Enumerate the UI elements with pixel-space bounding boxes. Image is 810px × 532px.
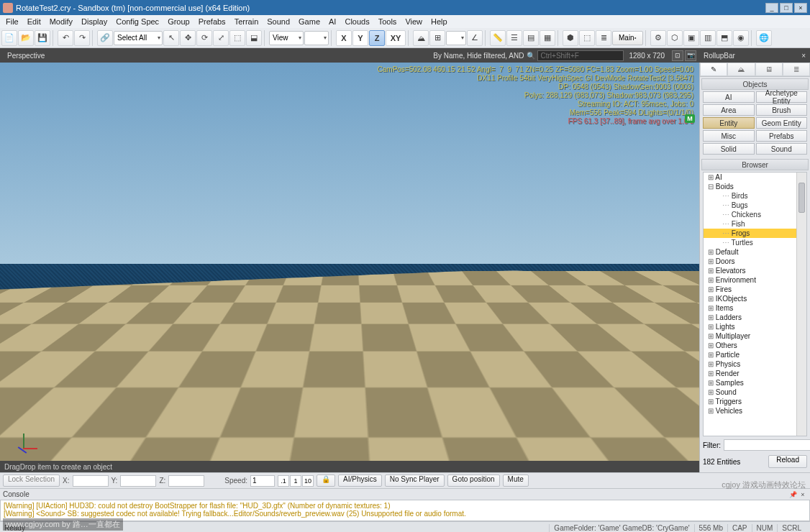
menu-group[interactable]: Group: [163, 17, 194, 26]
x-input[interactable]: [73, 475, 109, 487]
save-icon[interactable]: 💾: [35, 30, 50, 46]
tree-item-boids[interactable]: Boids: [704, 182, 796, 191]
close-button[interactable]: ×: [794, 3, 807, 13]
minimize-button[interactable]: _: [765, 3, 778, 13]
tree-item-lights[interactable]: Lights: [704, 322, 796, 331]
axis-xy-button[interactable]: XY: [386, 30, 406, 46]
axis-y-button[interactable]: Y: [352, 30, 368, 46]
tree-item-items[interactable]: Items: [704, 303, 796, 313]
speed-preset-1[interactable]: 1: [290, 475, 301, 487]
menu-help[interactable]: Help: [427, 17, 452, 26]
rollup-tab-terrain[interactable]: ⛰: [727, 63, 755, 76]
menu-modify[interactable]: Modify: [45, 17, 77, 26]
speed-preset-.1[interactable]: .1: [278, 475, 289, 487]
tool5-icon[interactable]: ⬒: [716, 30, 732, 46]
obj-btn-prefabs[interactable]: Prefabs: [756, 130, 808, 142]
scale-icon[interactable]: ⤢: [213, 30, 229, 46]
new-icon[interactable]: 📄: [1, 30, 17, 46]
maximize-button[interactable]: □: [780, 3, 793, 13]
layergroup-icon[interactable]: ⬚: [579, 30, 595, 46]
viewport-3d[interactable]: CamPos=502.08 460.15 21.52 Angl= 7 9 71 …: [0, 63, 699, 472]
z-input[interactable]: [168, 475, 204, 487]
rollup-pin-icon[interactable]: ×: [801, 52, 806, 60]
menu-ai[interactable]: AI: [324, 17, 340, 26]
mute-button[interactable]: Mute: [503, 474, 529, 487]
console-close-icon[interactable]: ×: [798, 490, 807, 499]
tree-item-others[interactable]: Others: [704, 341, 796, 350]
layermode-icon[interactable]: ▤: [523, 30, 539, 46]
select-all-dropdown[interactable]: Select All: [114, 31, 163, 45]
view-dropdown[interactable]: View: [269, 31, 304, 45]
y-input[interactable]: [120, 475, 156, 487]
tool4-icon[interactable]: ▥: [700, 30, 716, 46]
cursor-icon[interactable]: ↖: [163, 30, 179, 46]
aiphysics-button[interactable]: AI/Physics: [338, 474, 382, 487]
tree-item-sound[interactable]: Sound: [704, 387, 796, 397]
rollup-tab-display[interactable]: 🖥: [755, 63, 783, 76]
undo-icon[interactable]: ↶: [58, 30, 73, 46]
main-layer-button[interactable]: Main: [612, 31, 643, 45]
console-pin-icon[interactable]: 📌: [788, 490, 797, 499]
aspect-icon[interactable]: ⊡: [672, 50, 683, 61]
tool3-icon[interactable]: ▣: [683, 30, 699, 46]
tree-item-bugs[interactable]: Bugs: [704, 201, 796, 210]
obj-btn-brush[interactable]: Brush: [756, 104, 808, 116]
obj-btn-misc[interactable]: Misc: [703, 130, 755, 142]
tree-scrollbar[interactable]: [796, 173, 806, 436]
obj-btn-entity[interactable]: Entity: [703, 117, 755, 129]
tool6-icon[interactable]: ◉: [733, 30, 749, 46]
menu-tools[interactable]: Tools: [374, 17, 401, 26]
menu-file[interactable]: File: [1, 17, 23, 26]
tree-item-render[interactable]: Render: [704, 369, 796, 378]
menu-config-spec[interactable]: Config Spec: [112, 17, 163, 26]
tree-item-elevators[interactable]: Elevators: [704, 266, 796, 275]
menu-terrain[interactable]: Terrain: [230, 17, 263, 26]
tree-item-ikobjects[interactable]: IKObjects: [704, 294, 796, 303]
freeze-icon[interactable]: ▦: [540, 30, 555, 46]
axis-x-button[interactable]: X: [336, 30, 352, 46]
tool1-icon[interactable]: ⚙: [650, 30, 666, 46]
move-icon[interactable]: ✥: [180, 30, 196, 46]
tree-item-ai[interactable]: AI: [704, 173, 796, 182]
tree-item-turtles[interactable]: Turtles: [704, 238, 796, 247]
menu-clouds[interactable]: Clouds: [340, 17, 373, 26]
menu-view[interactable]: View: [401, 17, 427, 26]
entity-tree[interactable]: AIBoidsBirdsBugsChickensFishFrogsTurtles…: [703, 172, 807, 436]
filter-mode-label[interactable]: By Name, Hide filtered, AND: [433, 52, 524, 60]
material-icon[interactable]: ⬢: [563, 30, 578, 46]
menu-prefabs[interactable]: Prefabs: [194, 17, 230, 26]
tree-item-environment[interactable]: Environment: [704, 275, 796, 285]
lock-selection-button[interactable]: Lock Selection: [3, 474, 60, 487]
menu-edit[interactable]: Edit: [23, 17, 45, 26]
obj-btn-archetype-entity[interactable]: Archetype Entity: [756, 91, 808, 103]
tree-item-physics[interactable]: Physics: [704, 359, 796, 369]
tree-item-fish[interactable]: Fish: [704, 219, 796, 229]
snap-angle-icon[interactable]: ∠: [467, 30, 483, 46]
terrain-follow-icon[interactable]: ⛰: [413, 30, 429, 46]
menu-game[interactable]: Game: [294, 17, 324, 26]
camera-icon[interactable]: 📷: [685, 50, 696, 61]
tree-item-triggers[interactable]: Triggers: [704, 397, 796, 406]
rollup-tab-layers[interactable]: ≣: [783, 63, 810, 76]
obj-btn-ai[interactable]: AI: [703, 91, 755, 103]
obj-btn-sound[interactable]: Sound: [756, 143, 808, 155]
speed-input[interactable]: [250, 475, 275, 487]
tree-item-particle[interactable]: Particle: [704, 350, 796, 359]
tree-item-default[interactable]: Default: [704, 247, 796, 257]
obj-btn-geom-entity[interactable]: Geom Entity: [756, 117, 808, 129]
snap-grid-icon[interactable]: ⊞: [429, 30, 445, 46]
globe-icon[interactable]: 🌐: [756, 30, 772, 46]
ruler-icon[interactable]: 📏: [490, 30, 506, 46]
tree-item-samples[interactable]: Samples: [704, 378, 796, 387]
rollup-tab-create[interactable]: ✎: [700, 63, 727, 76]
tree-item-chickens[interactable]: Chickens: [704, 210, 796, 219]
goto-button[interactable]: Goto position: [447, 474, 500, 487]
filter-input[interactable]: [724, 439, 810, 451]
tool2-icon[interactable]: ⬡: [667, 30, 683, 46]
rotate-icon[interactable]: ⟳: [196, 30, 212, 46]
tree-item-doors[interactable]: Doors: [704, 257, 796, 266]
tree-item-multiplayer[interactable]: Multiplayer: [704, 331, 796, 341]
link-icon[interactable]: 🔗: [97, 30, 113, 46]
tree-item-fires[interactable]: Fires: [704, 285, 796, 294]
terrain-select-icon[interactable]: ⬓: [246, 30, 262, 46]
